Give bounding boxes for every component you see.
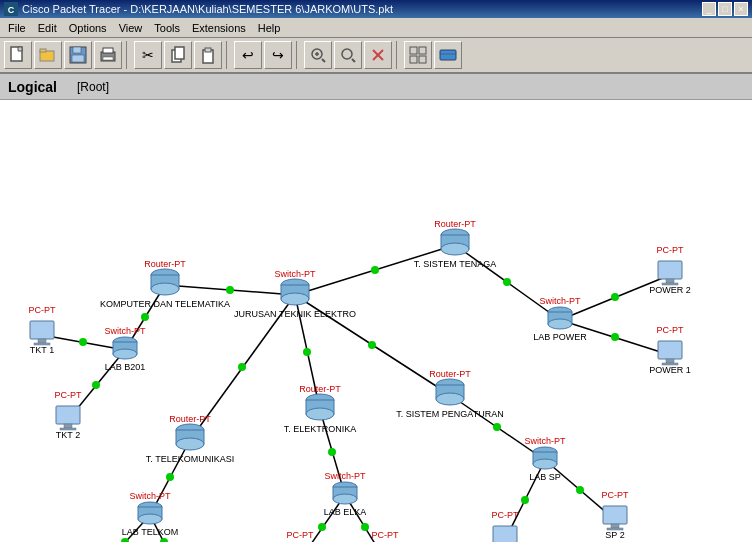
zoomin-button[interactable] xyxy=(304,41,332,69)
grid-button[interactable] xyxy=(404,41,432,69)
separator-1 xyxy=(126,41,130,69)
toolbar: ✂ ↩ ↪ xyxy=(0,38,752,74)
svg-point-57 xyxy=(176,438,204,450)
router-tenaga[interactable]: Router-PT T. SISTEM TENAGA xyxy=(414,219,496,269)
svg-rect-95 xyxy=(56,406,80,424)
switch-telkom[interactable]: Switch-PT LAB TELKOM xyxy=(122,491,178,537)
svg-marker-3 xyxy=(18,47,22,51)
pdu-button[interactable] xyxy=(434,41,462,69)
dot-9 xyxy=(166,473,174,481)
print-button[interactable] xyxy=(94,41,122,69)
switch-center[interactable]: Switch-PT JURUSAN TEKNIK ELEKTRO xyxy=(234,269,356,319)
redo-button[interactable]: ↪ xyxy=(264,41,292,69)
svg-text:Router-PT: Router-PT xyxy=(429,369,471,379)
switch-power[interactable]: Switch-PT LAB POWER xyxy=(533,296,587,342)
delete-button[interactable] xyxy=(364,41,392,69)
inspect-button[interactable] xyxy=(334,41,362,69)
maximize-button[interactable]: □ xyxy=(718,2,732,16)
pc-sp2[interactable]: PC-PT SP 2 xyxy=(602,490,630,540)
svg-text:PC-PT: PC-PT xyxy=(29,305,57,315)
pc-tkt2[interactable]: PC-PT TKT 2 xyxy=(55,390,83,440)
dot-8 xyxy=(328,448,336,456)
svg-line-21 xyxy=(352,59,355,62)
undo-button[interactable]: ↩ xyxy=(234,41,262,69)
svg-text:PC-PT: PC-PT xyxy=(657,245,685,255)
paste-button[interactable] xyxy=(194,41,222,69)
router-komputer[interactable]: Router-PT KOMPUTER DAN TELEMATIKA xyxy=(100,259,230,309)
svg-text:T. SISTEM PENGATURAN: T. SISTEM PENGATURAN xyxy=(396,409,503,419)
pc-tkt1[interactable]: PC-PT TKT 1 xyxy=(29,305,57,355)
dot-3 xyxy=(303,348,311,356)
dot-20 xyxy=(576,486,584,494)
switch-sp[interactable]: Switch-PT LAB SP xyxy=(524,436,566,482)
router-pengaturan[interactable]: Router-PT T. SISTEM PENGATURAN xyxy=(396,369,503,419)
switch-elka[interactable]: Switch-PT LAB ELKA xyxy=(324,471,367,517)
svg-point-37 xyxy=(281,293,309,305)
pc-elka2[interactable]: PC-PT ELKA 2 xyxy=(370,530,400,542)
switch-b201[interactable]: Switch-PT LAB B201 xyxy=(104,326,146,372)
minimize-button[interactable]: _ xyxy=(702,2,716,16)
new-button[interactable] xyxy=(4,41,32,69)
menu-extensions[interactable]: Extensions xyxy=(186,20,252,36)
svg-text:Switch-PT: Switch-PT xyxy=(524,436,566,446)
svg-text:Switch-PT: Switch-PT xyxy=(324,471,366,481)
menu-file[interactable]: File xyxy=(2,20,32,36)
workspace-header: Logical [Root] xyxy=(0,74,752,100)
cisco-icon: C xyxy=(4,2,18,16)
menu-options[interactable]: Options xyxy=(63,20,113,36)
dot-16 xyxy=(361,523,369,531)
menu-help[interactable]: Help xyxy=(252,20,287,36)
network-topology: Switch-PT JURUSAN TEKNIK ELEKTRO Router-… xyxy=(0,100,752,542)
menu-bar: File Edit Options View Tools Extensions … xyxy=(0,18,752,38)
svg-text:Switch-PT: Switch-PT xyxy=(129,491,171,501)
cut-button[interactable]: ✂ xyxy=(134,41,162,69)
menu-tools[interactable]: Tools xyxy=(148,20,186,36)
open-button[interactable] xyxy=(34,41,62,69)
dot-5 xyxy=(368,341,376,349)
svg-text:PC-PT: PC-PT xyxy=(657,325,685,335)
close-button[interactable]: × xyxy=(734,2,748,16)
save-button[interactable] xyxy=(64,41,92,69)
svg-text:Router-PT: Router-PT xyxy=(434,219,476,229)
svg-text:T. TELEKOMUNIKASI: T. TELEKOMUNIKASI xyxy=(146,454,234,464)
svg-text:Switch-PT: Switch-PT xyxy=(539,296,581,306)
pc-sp1[interactable]: PC-PT SP 1 xyxy=(492,510,520,542)
workspace-title: Logical xyxy=(8,79,57,95)
separator-4 xyxy=(396,41,400,69)
svg-text:KOMPUTER DAN TELEMATIKA: KOMPUTER DAN TELEMATIKA xyxy=(100,299,230,309)
dot-15 xyxy=(318,523,326,531)
svg-point-82 xyxy=(138,514,162,524)
dot-12 xyxy=(92,381,100,389)
pc-elka1[interactable]: PC-PT ELKA 1 xyxy=(285,530,315,542)
dot-6 xyxy=(141,313,149,321)
svg-point-87 xyxy=(533,459,557,469)
svg-text:POWER 2: POWER 2 xyxy=(649,285,691,295)
canvas[interactable]: Switch-PT JURUSAN TEKNIK ELEKTRO Router-… xyxy=(0,100,752,542)
svg-point-77 xyxy=(333,494,357,504)
svg-text:TKT 2: TKT 2 xyxy=(56,430,80,440)
svg-rect-101 xyxy=(666,359,674,363)
dot-19 xyxy=(521,496,529,504)
svg-text:PC-PT: PC-PT xyxy=(372,530,400,540)
svg-rect-90 xyxy=(30,321,54,339)
menu-view[interactable]: View xyxy=(113,20,149,36)
svg-point-47 xyxy=(441,243,469,255)
svg-text:Router-PT: Router-PT xyxy=(169,414,211,424)
svg-rect-91 xyxy=(38,339,46,343)
svg-rect-25 xyxy=(419,47,426,54)
svg-rect-100 xyxy=(658,341,682,359)
pc-power2[interactable]: PC-PT POWER 2 xyxy=(649,245,691,295)
separator-2 xyxy=(226,41,230,69)
copy-button[interactable] xyxy=(164,41,192,69)
svg-text:PC-PT: PC-PT xyxy=(55,390,83,400)
svg-rect-136 xyxy=(611,524,619,528)
svg-point-72 xyxy=(548,319,572,329)
router-telkom[interactable]: Router-PT T. TELEKOMUNIKASI xyxy=(146,414,234,464)
menu-edit[interactable]: Edit xyxy=(32,20,63,36)
svg-rect-13 xyxy=(175,47,184,59)
svg-text:PC-PT: PC-PT xyxy=(492,510,520,520)
router-elektronika[interactable]: Router-PT T. ELEKTRONIKA xyxy=(284,384,357,434)
svg-rect-26 xyxy=(410,56,417,63)
dot-10 xyxy=(493,423,501,431)
svg-rect-27 xyxy=(419,56,426,63)
